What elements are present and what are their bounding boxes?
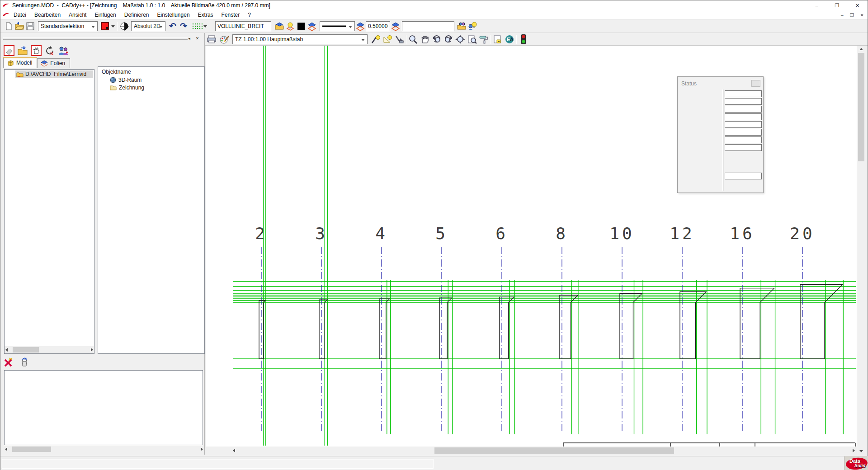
mdi-minimize-button[interactable]: – [841, 13, 844, 18]
group-lamp-icon[interactable] [467, 21, 478, 32]
new-file-button[interactable] [3, 21, 14, 32]
close-button[interactable]: ✕ [847, 0, 868, 10]
status-field[interactable] [725, 90, 762, 97]
countersink-profile[interactable] [560, 295, 578, 359]
cad-column-5[interactable]: 5 [435, 224, 453, 434]
cad-column-20[interactable]: 20 [790, 224, 843, 434]
color-swatch-black[interactable] [296, 21, 307, 32]
object-item-zeichnung[interactable]: Zeichnung [110, 85, 204, 91]
canvas-vertical-scrollbar[interactable] [857, 46, 865, 455]
cad-column-8[interactable]: 8 [556, 224, 579, 434]
group-folder-icon[interactable] [456, 21, 467, 32]
scroll-right-icon[interactable] [91, 348, 93, 352]
coordinate-origin-icon[interactable] [119, 21, 130, 32]
redraw-roller-button[interactable] [478, 34, 489, 45]
countersink-profile[interactable] [319, 300, 327, 359]
countersink-profile[interactable] [259, 301, 265, 359]
selection-color-dropdown-arrow[interactable] [110, 21, 116, 31]
grid-dropdown-arrow[interactable] [203, 21, 208, 31]
menu-fenster[interactable]: Fenster [217, 11, 244, 19]
grab-mode-button[interactable] [30, 45, 42, 56]
pan-hand-button[interactable] [420, 34, 430, 45]
object-item-3d-raum[interactable]: 3D-Raum [110, 77, 204, 83]
canvas-horizontal-scrollbar[interactable] [231, 446, 857, 455]
status-field[interactable] [725, 98, 762, 105]
drawing-canvas[interactable]: 23456810121620 Status [206, 46, 857, 446]
status-window[interactable]: Status [677, 76, 764, 193]
reset-view-button[interactable] [44, 45, 56, 56]
scrollbar-thumb[interactable] [858, 53, 864, 161]
line-type-input[interactable] [215, 21, 271, 31]
maximize-button[interactable]: ❐ [827, 0, 847, 10]
countersink-profile[interactable] [800, 285, 842, 359]
status-window-button[interactable] [751, 80, 760, 87]
status-field[interactable] [725, 113, 762, 120]
zoom-all-button[interactable] [455, 34, 466, 45]
tree-item-selected[interactable]: D:\AVCHD_Filme\Lernvid [15, 70, 93, 78]
countersink-profile[interactable] [680, 291, 706, 359]
status-field[interactable] [725, 129, 762, 136]
message-output-box[interactable] [4, 370, 203, 445]
drawing-scale-dropdown[interactable]: TZ 1.00:1.00 Hauptmaßstab [232, 34, 368, 44]
countersink-profile[interactable] [620, 293, 642, 359]
menu-ansicht[interactable]: Ansicht [65, 11, 90, 19]
status-field[interactable] [725, 106, 762, 113]
tab-modell[interactable]: Modell [3, 57, 37, 68]
page-export-button[interactable] [492, 34, 503, 45]
selection-mode-dropdown[interactable]: Standardselektion [38, 21, 98, 31]
delete-marker-button[interactable] [4, 357, 15, 367]
scroll-right-icon[interactable] [201, 447, 203, 451]
minimize-button[interactable]: – [807, 0, 827, 10]
scroll-left-icon[interactable] [5, 447, 7, 451]
open-file-button[interactable] [14, 21, 25, 32]
menu-einstellungen[interactable]: Einstellungen [153, 11, 194, 19]
status-field[interactable] [725, 173, 762, 179]
scrollbar-thumb[interactable] [434, 447, 674, 454]
attribute-input[interactable] [402, 21, 454, 31]
cad-column-10[interactable]: 10 [609, 224, 643, 434]
users-button[interactable] [57, 45, 69, 56]
line-width-input[interactable] [366, 21, 390, 31]
layer-lamp-icon[interactable] [285, 21, 296, 32]
status-field[interactable] [725, 136, 762, 143]
menu-definieren[interactable]: Definieren [120, 11, 153, 19]
layer-diamond-icon[interactable] [355, 21, 366, 32]
scroll-up-icon[interactable] [859, 48, 863, 50]
layer-diamond-icon[interactable] [390, 21, 401, 32]
layer-diamond-icon[interactable] [307, 21, 317, 32]
mdi-close-button[interactable]: ✕ [860, 13, 864, 18]
save-button[interactable] [25, 21, 36, 32]
redo-button[interactable]: ↷ [178, 21, 189, 32]
scroll-down-icon[interactable] [859, 450, 863, 452]
ruler-settings-button[interactable] [382, 34, 393, 45]
grid-settings-button[interactable] [192, 21, 203, 32]
zoom-window-button[interactable] [408, 34, 419, 45]
menu-bearbeiten[interactable]: Bearbeiten [30, 11, 65, 19]
undo-button[interactable]: ↶ [167, 21, 178, 32]
pen-settings-button[interactable] [370, 34, 381, 45]
cad-column-16[interactable]: 16 [730, 224, 775, 434]
cad-column-2[interactable]: 2 [255, 46, 268, 446]
cad-column-4[interactable]: 4 [375, 224, 390, 434]
panel-horizontal-scrollbar[interactable] [4, 446, 204, 453]
clear-selection-button[interactable] [3, 45, 15, 56]
scrollbar-thumb[interactable] [13, 347, 39, 352]
menu-einfuegen[interactable]: Einfügen [90, 11, 120, 19]
model-tree[interactable]: D:\AVCHD_Filme\Lernvid [4, 69, 94, 354]
countersink-profile[interactable] [379, 299, 390, 359]
zoom-next-button[interactable] [443, 34, 454, 45]
tree-horizontal-scrollbar[interactable] [5, 346, 94, 353]
selection-color-button[interactable] [99, 21, 110, 32]
mdi-restore-button[interactable]: ❐ [850, 13, 854, 18]
print-button[interactable] [206, 34, 217, 45]
zoom-previous-button[interactable] [431, 34, 442, 45]
cad-column-6[interactable]: 6 [495, 224, 514, 434]
tab-folien[interactable]: Folien [37, 58, 70, 68]
coordinate-mode-dropdown[interactable]: Absolut 2D [131, 21, 165, 31]
panel-close-button[interactable]: ✕ [194, 35, 201, 42]
scroll-left-icon[interactable] [233, 449, 235, 452]
cad-column-12[interactable]: 12 [670, 224, 707, 434]
status-field[interactable] [725, 121, 762, 128]
panel-drag-grip[interactable] [3, 38, 188, 40]
zoom-page-button[interactable] [467, 34, 477, 45]
